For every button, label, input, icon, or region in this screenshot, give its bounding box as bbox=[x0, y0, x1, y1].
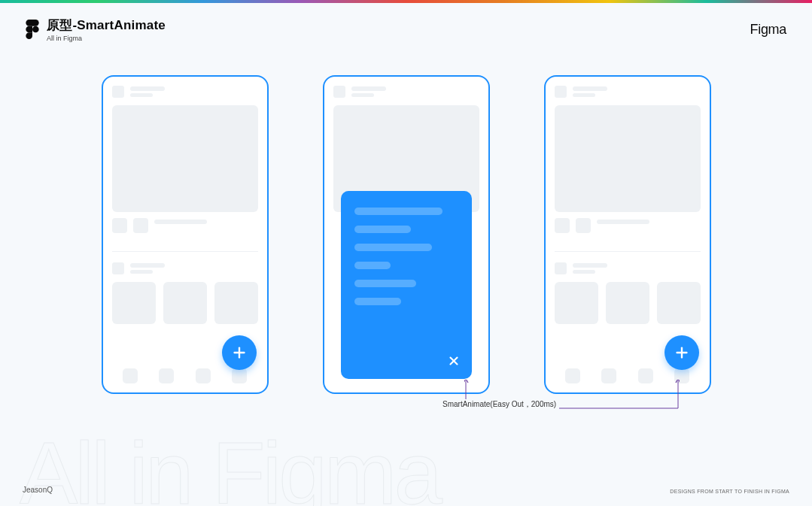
placeholder-line bbox=[351, 93, 374, 97]
bottom-sheet bbox=[341, 191, 472, 379]
placeholder-nav-item bbox=[159, 368, 174, 383]
close-icon bbox=[447, 354, 461, 368]
divider bbox=[555, 251, 701, 252]
sheet-line bbox=[354, 244, 433, 251]
placeholder-avatar bbox=[112, 86, 124, 98]
placeholder-thumb bbox=[214, 282, 258, 324]
phone-frame-3 bbox=[544, 75, 711, 394]
placeholder-chip bbox=[112, 218, 127, 233]
placeholder-bar bbox=[597, 220, 649, 224]
placeholder-header-row bbox=[112, 262, 258, 274]
placeholder-line bbox=[130, 93, 153, 97]
placeholder-nav-item bbox=[638, 368, 653, 383]
placeholder-line bbox=[130, 263, 165, 268]
fab-add-button[interactable] bbox=[665, 335, 699, 370]
placeholder-nav-item bbox=[565, 368, 580, 383]
phone-frame-2 bbox=[323, 75, 490, 394]
header-left: 原型-SmartAnimate All in Figma bbox=[26, 17, 166, 42]
title-block: 原型-SmartAnimate All in Figma bbox=[47, 17, 166, 42]
placeholder-line bbox=[573, 93, 595, 97]
placeholder-thumbs bbox=[555, 282, 701, 324]
placeholder-avatar bbox=[333, 86, 345, 98]
placeholder-thumb bbox=[555, 282, 598, 324]
placeholder-thumb bbox=[112, 282, 156, 324]
header: 原型-SmartAnimate All in Figma Figma bbox=[0, 3, 812, 42]
fab-add-button[interactable] bbox=[222, 335, 257, 370]
placeholder-header-row bbox=[555, 86, 701, 98]
placeholder-line bbox=[130, 270, 153, 274]
placeholder-chip bbox=[555, 218, 570, 233]
placeholder-thumb bbox=[163, 282, 207, 324]
placeholder-nav-item bbox=[232, 368, 247, 383]
placeholder-thumb bbox=[606, 282, 649, 324]
sheet-line bbox=[354, 208, 442, 215]
plus-icon bbox=[674, 344, 690, 361]
page-title: 原型-SmartAnimate bbox=[47, 17, 166, 34]
placeholder-nav-item bbox=[601, 368, 616, 383]
placeholder-chip bbox=[133, 218, 148, 233]
footer-tagline: DESIGNS FROM START TO FINISH IN FIGMA bbox=[670, 489, 789, 494]
placeholder-nav-item bbox=[674, 368, 689, 383]
placeholder-nav-item bbox=[123, 368, 138, 383]
plus-icon bbox=[231, 344, 248, 361]
placeholder-chip bbox=[576, 218, 591, 233]
frames-canvas bbox=[0, 75, 812, 394]
placeholder-avatar bbox=[112, 262, 124, 274]
figma-logo-icon bbox=[26, 20, 39, 39]
placeholder-hero bbox=[112, 105, 258, 212]
phone-frame-1 bbox=[102, 75, 269, 394]
sheet-line bbox=[354, 262, 391, 269]
placeholder-line bbox=[351, 86, 386, 91]
placeholder-line bbox=[130, 86, 165, 91]
placeholder-bar bbox=[154, 220, 207, 224]
sheet-line bbox=[354, 298, 401, 305]
placeholder-avatar bbox=[555, 86, 567, 98]
placeholder-line bbox=[573, 86, 607, 91]
sheet-close-button[interactable] bbox=[445, 352, 463, 370]
placeholder-header-row bbox=[333, 86, 479, 98]
divider bbox=[112, 251, 258, 252]
sheet-line bbox=[354, 280, 417, 287]
placeholder-header-row bbox=[555, 262, 701, 274]
placeholder-header-row bbox=[112, 86, 258, 98]
placeholder-thumbs bbox=[112, 282, 258, 324]
placeholder-nav-item bbox=[196, 368, 211, 383]
placeholder-meta-row bbox=[555, 218, 701, 233]
connector-label: SmartAnimate(Easy Out，200ms) bbox=[439, 399, 559, 410]
brand-label: Figma bbox=[750, 22, 786, 38]
placeholder-line bbox=[573, 270, 595, 274]
placeholder-meta-row bbox=[112, 218, 258, 233]
footer-author: JeasonQ bbox=[23, 486, 53, 494]
page-subtitle: All in Figma bbox=[47, 35, 166, 42]
placeholder-hero bbox=[555, 105, 701, 212]
placeholder-avatar bbox=[555, 262, 567, 274]
sheet-line bbox=[354, 226, 412, 233]
placeholder-line bbox=[573, 263, 607, 268]
placeholder-thumb bbox=[657, 282, 701, 324]
